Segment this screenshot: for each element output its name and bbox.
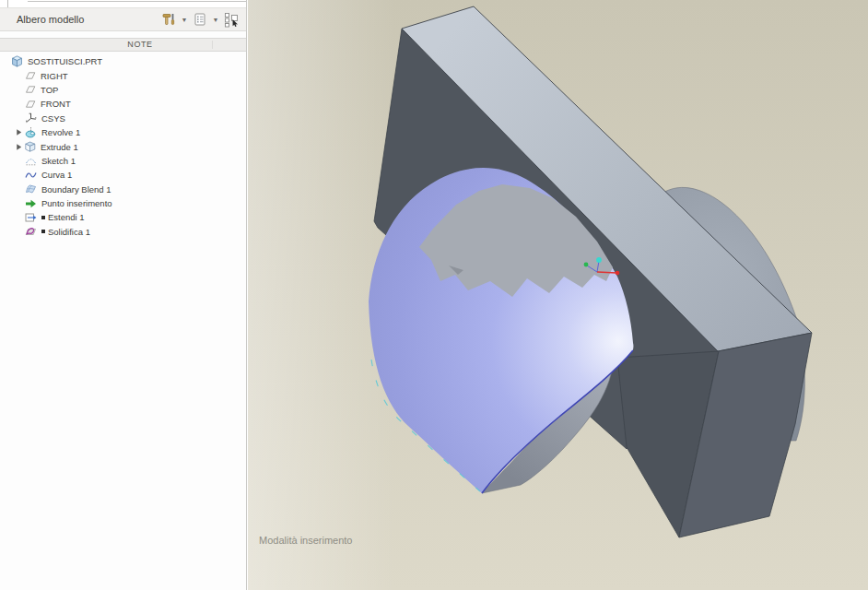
panel-tab-line [28, 1, 246, 2]
expander-spacer [15, 198, 25, 208]
expander-spacer [15, 227, 25, 237]
note-column-header: NOTE [0, 38, 246, 52]
expand-arrow[interactable] [15, 127, 25, 137]
tree-item-right-plane[interactable]: RIGHT [0, 68, 246, 82]
tree-item-insert-point[interactable]: Punto inserimento [0, 196, 246, 210]
status-message: Modalità inserimento [259, 535, 353, 546]
expand-arrow[interactable] [15, 142, 25, 152]
expander-spacer [15, 170, 25, 180]
tree-columns-icon [224, 12, 240, 28]
tree-item-part[interactable]: SOSTITUISCI.PRT [0, 54, 246, 68]
hammer-screwdriver-icon [161, 12, 176, 27]
model-tree-panel: Albero modello ▼ [0, 0, 247, 590]
extend-icon [25, 212, 37, 223]
model-tree: SOSTITUISCI.PRT RIGHT TOP [0, 52, 246, 239]
suppressed-marker [41, 230, 45, 233]
tree-item-top-plane[interactable]: TOP [0, 83, 246, 97]
datum-plane-icon [25, 70, 36, 81]
expander-spacer [15, 85, 25, 95]
insert-point-icon [25, 198, 37, 209]
tree-item-solidify[interactable]: Solidifica 1 [0, 225, 246, 239]
tree-item-extrude[interactable]: Extrude 1 [0, 139, 246, 153]
tree-item-extend[interactable]: Estendi 1 [0, 210, 246, 224]
panel-spacer [0, 31, 246, 38]
panel-tab-stub [7, 0, 8, 7]
sketch-icon [25, 155, 37, 166]
expander-spacer [15, 99, 25, 109]
cad-application-window: { "panel": { "title": "Albero modello", … [0, 0, 868, 590]
tree-item-boundary-blend[interactable]: Boundary Blend 1 [0, 183, 246, 196]
panel-title: Albero modello [0, 14, 84, 25]
panel-tab-strip [0, 0, 246, 7]
revolve-icon [25, 127, 37, 138]
note-column-label: NOTE [0, 40, 280, 49]
panel-toolbar: ▼ ▼ [159, 10, 246, 29]
expander-spacer [15, 156, 25, 166]
column-separator [212, 41, 213, 49]
3d-viewport[interactable]: Modalità inserimento [248, 0, 868, 590]
show-tree-columns-button[interactable] [222, 10, 240, 29]
settings-list-button[interactable] [191, 10, 209, 29]
datum-plane-icon [25, 84, 36, 95]
expander-spacer [15, 71, 25, 81]
tree-item-curve[interactable]: Curva 1 [0, 168, 246, 182]
tree-filters-dropdown-arrow[interactable]: ▼ [180, 17, 189, 23]
boundary-blend-icon [25, 183, 37, 195]
settings-dropdown-arrow[interactable]: ▼ [211, 17, 220, 23]
model-canvas [248, 0, 868, 590]
tree-filters-button[interactable] [159, 10, 178, 29]
datum-plane-icon [25, 99, 36, 110]
tree-item-sketch[interactable]: Sketch 1 [0, 154, 246, 168]
expander-spacer [15, 212, 25, 222]
tree-item-revolve[interactable]: Revolve 1 [0, 125, 246, 139]
solidify-icon [25, 226, 37, 237]
panel-header: Albero modello ▼ [0, 7, 246, 31]
settings-list-icon [193, 12, 207, 27]
tree-item-csys[interactable]: CSYS [0, 112, 246, 125]
suppressed-marker [41, 216, 45, 219]
expander-spacer [15, 113, 25, 124]
part-icon [11, 55, 23, 67]
tree-item-front-plane[interactable]: FRONT [0, 97, 246, 111]
curve-icon [25, 170, 37, 181]
csys-icon [25, 112, 37, 124]
expander-spacer [15, 184, 25, 195]
extrude-icon [25, 141, 36, 152]
